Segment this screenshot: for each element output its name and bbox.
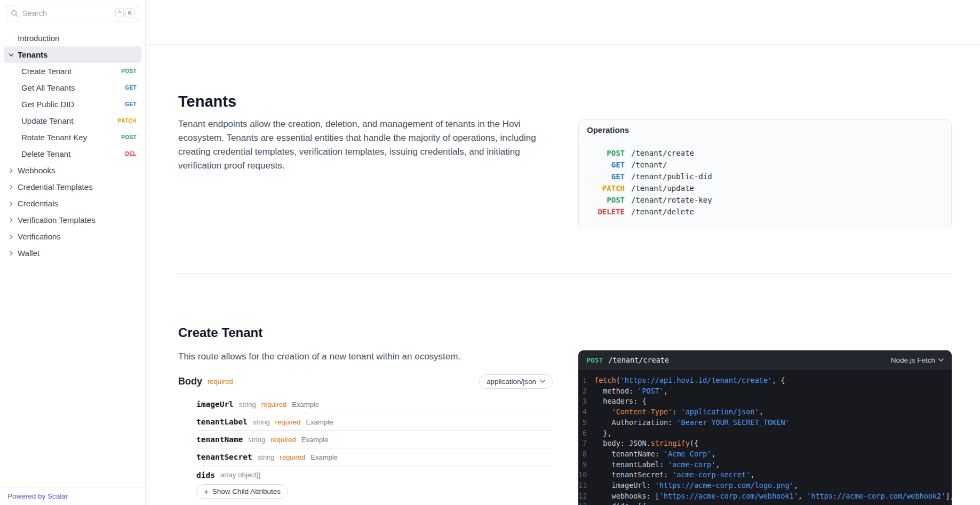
content-type-select[interactable]: application/json [479, 374, 553, 389]
method-badge: DEL [125, 151, 137, 157]
method-badge: GET [125, 85, 137, 91]
powered-by-scalar-link[interactable]: Powered by Scalar [7, 492, 68, 500]
field-required-badge: required [280, 453, 306, 461]
code-text: Authorization: 'Bearer YOUR_SECRET_TOKEN… [594, 418, 790, 428]
sidebar-item-get-all-tenants[interactable]: Get All TenantsGET [4, 79, 141, 96]
field-example-toggle[interactable]: Example [301, 436, 329, 444]
field-row-tenantsecret: tenantSecretstringrequiredExample [196, 448, 552, 466]
operation-link-post-tenant-rotate-key[interactable]: POST/tenant/rotate-key [587, 194, 943, 206]
field-type: string [253, 418, 270, 426]
language-selector[interactable]: Node.js Fetch [891, 356, 944, 364]
sidebar-item-verification-templates[interactable]: Verification Templates [4, 212, 141, 228]
chevron-down-icon [540, 380, 545, 383]
code-line-5: 5 Authorization: 'Bearer YOUR_SECRET_TOK… [578, 418, 952, 428]
method-badge: PATCH [118, 118, 137, 124]
code-line-13: 13 dids: [{ [578, 501, 952, 505]
operation-link-get-tenant[interactable]: GET/tenant/ [587, 159, 943, 171]
code-text: fetch('https://api.hovi.id/tenant/create… [594, 375, 785, 386]
search-input[interactable]: Search ^ K [6, 5, 139, 21]
field-example-toggle[interactable]: Example [292, 400, 319, 408]
field-type: string [248, 436, 265, 444]
operation-link-patch-tenant-update[interactable]: PATCH/tenant/update [587, 182, 943, 194]
endpoint-path: /tenant/ [631, 159, 667, 171]
operation-link-get-tenant-public-did[interactable]: GET/tenant/public-did [587, 171, 943, 182]
language-selector-value: Node.js Fetch [891, 356, 935, 364]
chevron-right-icon [9, 234, 14, 239]
code-line-4: 4 'Content-Type': 'application/json', [578, 407, 952, 418]
code-text: body: JSON.stringify({ [594, 438, 698, 449]
top-header-band [146, 0, 980, 45]
method-badge: GET [587, 159, 625, 171]
sidebar-item-credentials[interactable]: Credentials [4, 195, 141, 212]
sidebar-item-tenants[interactable]: Tenants [4, 46, 141, 63]
method-badge: GET [587, 171, 625, 182]
code-text: headers: { [594, 396, 647, 407]
line-number: 10 [578, 470, 594, 480]
chevron-right-icon [9, 218, 14, 223]
line-number: 12 [578, 491, 594, 502]
endpoint-path: /tenant/delete [631, 206, 694, 218]
operations-card: Operations POST/tenant/createGET/tenant/… [578, 119, 952, 228]
sidebar-item-credential-templates[interactable]: Credential Templates [4, 179, 141, 195]
endpoint-path: /tenant/create [631, 147, 694, 159]
request-body-header: Body required application/json [178, 373, 553, 389]
code-line-6: 6 }, [578, 428, 952, 439]
body-fields-list: imageUrlstringrequiredExampletenantLabel… [196, 396, 552, 484]
chevron-right-icon [9, 168, 14, 173]
line-number: 4 [578, 407, 594, 418]
operation-link-post-tenant-create[interactable]: POST/tenant/create [587, 147, 943, 159]
sidebar-item-delete-tenant[interactable]: Delete TenantDEL [4, 146, 141, 162]
field-name: tenantSecret [196, 453, 252, 461]
sidebar-item-label: Get Public DID [21, 100, 74, 109]
field-type: string [239, 400, 256, 408]
sidebar-item-get-public-did[interactable]: Get Public DIDGET [4, 96, 141, 113]
sidebar-item-verifications[interactable]: Verifications [4, 228, 141, 245]
code-line-10: 10 tenantSecret: 'acme-corp-secret', [578, 470, 952, 480]
field-row-imageurl: imageUrlstringrequiredExample [196, 396, 552, 413]
sidebar-item-introduction[interactable]: Introduction [4, 30, 141, 46]
line-number: 1 [578, 375, 594, 386]
sidebar-item-wallet[interactable]: Wallet [4, 245, 141, 261]
method-badge: POST [587, 194, 625, 206]
code-text: 'Content-Type': 'application/json', [594, 407, 763, 418]
create-tenant-description: This route allows for the creation of a … [178, 350, 555, 364]
field-example-toggle[interactable]: Example [310, 453, 338, 461]
code-line-3: 3 headers: { [578, 396, 952, 407]
page-title: Tenants [178, 93, 236, 110]
code-text: tenantName: 'Acme Corp', [594, 449, 716, 460]
code-line-12: 12 webhooks: ['https://acme-corp.com/web… [578, 491, 952, 502]
endpoint-path: /tenant/public-did [631, 171, 712, 182]
code-example-panel: POST /tenant/create Node.js Fetch 1fetch… [578, 350, 952, 505]
field-name: imageUrl [196, 400, 234, 408]
field-example-toggle[interactable]: Example [306, 418, 333, 426]
sidebar-item-rotate-tenant-key[interactable]: Rotate Tenant KeyPOST [4, 129, 141, 146]
chevron-right-icon [9, 185, 14, 190]
field-name: dids [196, 471, 215, 479]
code-endpoint-path: /tenant/create [608, 356, 669, 364]
sidebar-item-update-tenant[interactable]: Update TenantPATCH [4, 113, 141, 129]
create-tenant-title: Create Tenant [178, 325, 262, 340]
content-type-value: application/json [487, 378, 536, 386]
sidebar-item-webhooks[interactable]: Webhooks [4, 162, 141, 179]
shortcut-mod-key: ^ [115, 8, 123, 18]
line-number: 13 [578, 501, 594, 505]
plus-icon: + [204, 487, 209, 495]
sidebar-item-label: Create Tenant [21, 67, 71, 76]
field-required-badge: required [261, 400, 287, 408]
show-child-attributes-button[interactable]: + Show Child Attributes [196, 484, 288, 499]
sidebar-item-create-tenant[interactable]: Create TenantPOST [4, 63, 141, 79]
operations-card-title: Operations [579, 120, 951, 140]
method-badge: POST [121, 68, 137, 74]
operation-link-delete-tenant-delete[interactable]: DELETE/tenant/delete [587, 206, 943, 218]
chevron-right-icon [9, 201, 14, 206]
endpoint-path: /tenant/rotate-key [631, 194, 712, 206]
code-block: 1fetch('https://api.hovi.id/tenant/creat… [578, 370, 952, 505]
method-badge: DELETE [587, 206, 625, 218]
method-badge: GET [125, 101, 137, 107]
line-number: 2 [578, 386, 594, 397]
field-row-tenantlabel: tenantLabelstringrequiredExample [196, 413, 552, 431]
line-number: 5 [578, 418, 594, 428]
operations-list: POST/tenant/createGET/tenant/GET/tenant/… [579, 140, 951, 228]
line-number: 8 [578, 449, 594, 460]
line-number: 3 [578, 396, 594, 407]
